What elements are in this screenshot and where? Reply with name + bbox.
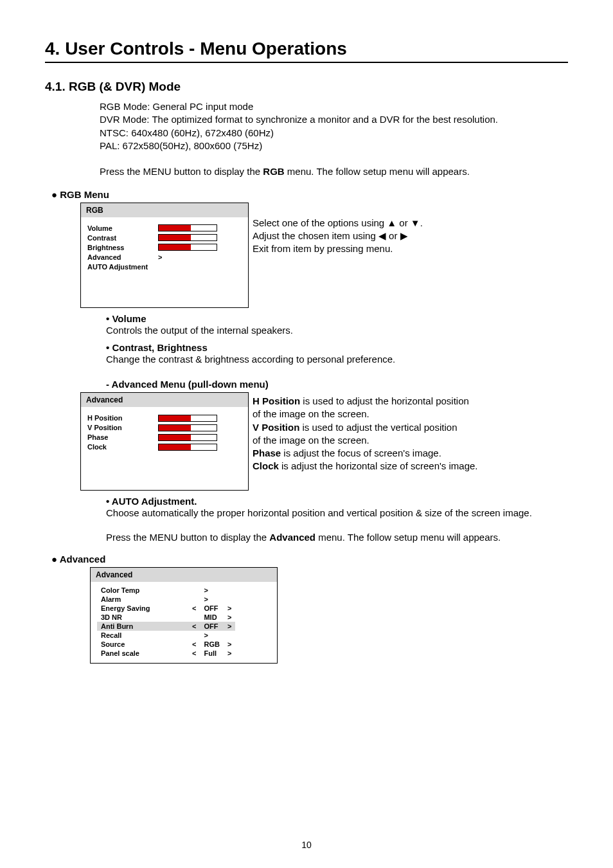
desc-line: of the image on the screen. — [253, 434, 478, 447]
gt-icon: > — [224, 613, 235, 622]
osd-item-value: > — [200, 631, 223, 640]
page-number: 10 — [0, 840, 613, 850]
advanced-heading: ● Advanced — [51, 554, 568, 565]
osd-value: > — [158, 253, 162, 261]
osd-item-label: 3D NR — [97, 613, 188, 622]
osd-title: RGB — [81, 203, 248, 217]
desc-line: Phase is adjust the focus of screen's im… — [253, 447, 478, 460]
desc-line: of the image on the screen. — [253, 408, 478, 420]
text: Press the MENU button to display the — [100, 166, 263, 177]
intro-line: Press the MENU button to display the RGB… — [100, 165, 568, 178]
slider-icon — [158, 415, 217, 422]
osd-item: Clock — [87, 443, 158, 451]
lt-icon: < — [188, 622, 200, 631]
intro-block: RGB Mode: General PC input mode DVR Mode… — [100, 100, 568, 179]
slider-icon — [158, 224, 217, 231]
osd-advanced-table: Color Temp> Alarm> Energy Saving<OFF> 3D… — [97, 586, 235, 658]
osd-item-label: Source — [97, 640, 188, 649]
osd-item: Advanced — [87, 253, 158, 261]
lt-icon: < — [188, 604, 200, 613]
text: is used to adjust the horizontal positio… — [300, 395, 469, 406]
text: is adjust the focus of screen's image. — [281, 448, 441, 458]
lt-icon — [188, 613, 200, 622]
osd-item: AUTO Adjustment — [87, 263, 148, 271]
slider-icon — [158, 424, 217, 431]
osd-item-value: OFF — [200, 604, 223, 613]
intro-line: PAL: 672x580(50Hz), 800x600 (75Hz) — [100, 140, 568, 152]
osd-description: Select one of the options using ▲ or ▼. … — [253, 203, 423, 308]
osd-item-label: Energy Saving — [97, 604, 188, 613]
press-line: Press the MENU button to display the Adv… — [106, 531, 568, 544]
osd-item-value: OFF — [200, 622, 223, 631]
osd-item-label: Color Temp — [97, 586, 188, 595]
desc-line: Exit from item by pressing menu. — [253, 242, 423, 255]
text-bold: Advanced — [269, 532, 315, 543]
osd-description: H Position is used to adjust the horizon… — [253, 392, 478, 491]
item-text: Change the contrast & brightness accordi… — [106, 353, 568, 366]
section-title: 4. User Controls - Menu Operations — [45, 39, 568, 59]
osd-item-label: Panel scale — [97, 649, 188, 658]
osd-item: Brightness — [87, 244, 158, 251]
desc-line: H Position is used to adjust the horizon… — [253, 395, 478, 408]
lt-icon: < — [188, 649, 200, 658]
gt-icon: > — [224, 640, 235, 649]
advanced-pulldown-heading: - Advanced Menu (pull-down menu) — [106, 379, 568, 390]
gt-icon: > — [224, 604, 235, 613]
desc-line: Adjust the chosen item using ◀ or ▶ — [253, 230, 423, 242]
lt-icon: < — [188, 640, 200, 649]
osd-item-label: Anti Burn — [97, 622, 188, 631]
desc-line: Select one of the options using ▲ or ▼. — [253, 217, 423, 230]
osd-item-value: MID — [200, 613, 223, 622]
intro-line: DVR Mode: The optimized format to synchr… — [100, 113, 568, 126]
osd-title: Advanced — [91, 568, 277, 582]
gt-icon: > — [224, 649, 235, 658]
osd-item-value: > — [200, 595, 223, 604]
text: menu. The follow setup menu will appears… — [315, 532, 501, 543]
osd-rgb-box: RGB Volume Contrast Brightness Advanced>… — [80, 203, 249, 308]
item-text: Choose automatically the proper horizont… — [106, 507, 568, 520]
slider-icon — [158, 244, 217, 251]
rgb-menu-heading: ● RGB Menu — [51, 189, 568, 200]
text: is used to adjust the vertical position — [299, 422, 457, 433]
slider-icon — [158, 434, 217, 441]
text-bold: Phase — [253, 448, 281, 458]
osd-advanced-pulldown-box: Advanced H Position V Position Phase Clo… — [80, 392, 249, 491]
osd-title: Advanced — [81, 393, 248, 407]
slider-icon — [158, 234, 217, 241]
osd-item: Volume — [87, 224, 158, 232]
item-heading: • Contrast, Brightness — [106, 342, 568, 353]
item-text: Controls the output of the internal spea… — [106, 324, 568, 337]
osd-advanced-box: Advanced Color Temp> Alarm> Energy Savin… — [90, 567, 278, 664]
item-heading: • Volume — [106, 313, 568, 324]
osd-item-value: > — [200, 586, 223, 595]
text-bold: H Position — [253, 395, 300, 406]
osd-item: Contrast — [87, 234, 158, 242]
desc-line: Clock is adjust the horizontal size of s… — [253, 460, 478, 473]
intro-line: RGB Mode: General PC input mode — [100, 100, 568, 113]
osd-item: Phase — [87, 433, 158, 441]
osd-item-label: Alarm — [97, 595, 188, 604]
intro-line: NTSC: 640x480 (60Hz), 672x480 (60Hz) — [100, 127, 568, 140]
text: is adjust the horizontal size of screen'… — [279, 460, 478, 471]
slider-icon — [158, 444, 217, 451]
text-bold: V Position — [253, 422, 299, 433]
divider — [45, 62, 568, 63]
osd-item-value: Full — [200, 649, 223, 658]
desc-line: V Position is used to adjust the vertica… — [253, 421, 478, 434]
item-heading: • AUTO Adjustment. — [106, 496, 568, 507]
osd-item: V Position — [87, 424, 158, 431]
text-bold: RGB — [263, 166, 284, 177]
gt-icon: > — [224, 622, 235, 631]
osd-item-value: RGB — [200, 640, 223, 649]
subsection-title: 4.1. RGB (& DVR) Mode — [45, 80, 568, 94]
osd-item: H Position — [87, 414, 158, 422]
osd-item-label: Recall — [97, 631, 188, 640]
text: Press the MENU button to display the — [106, 532, 269, 543]
text-bold: Clock — [253, 460, 279, 471]
text: menu. The follow setup menu will appears… — [285, 166, 470, 177]
